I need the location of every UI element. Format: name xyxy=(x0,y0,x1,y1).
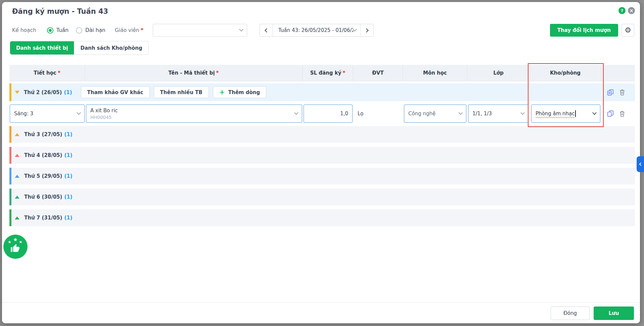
trash-icon xyxy=(619,110,626,117)
week-navigator: Tuần 43: 26/05/2025 - 01/06/2025 xyxy=(260,24,374,37)
chevron-down-icon xyxy=(520,111,525,115)
subject-value: Công nghệ xyxy=(408,111,435,117)
prev-week-button[interactable] xyxy=(260,24,273,36)
drawer-collapse-handle[interactable] xyxy=(637,156,644,172)
delete-row-button[interactable] xyxy=(619,110,626,117)
tab-room-list[interactable]: Danh sách Kho/phòng xyxy=(74,41,148,54)
day-group-tuesday[interactable]: Thứ 3 (27/05) (1) xyxy=(9,126,635,143)
expand-caret-icon[interactable] xyxy=(15,154,19,157)
device-row-actions xyxy=(601,110,635,117)
unit-value: Lọ xyxy=(353,111,364,117)
header-class: Lớp xyxy=(467,65,530,81)
collapse-caret-icon[interactable] xyxy=(15,91,19,94)
table-header-row: Tiết học* Tên - Mã thiết bị* SL đăng ký*… xyxy=(9,65,635,81)
copy-day-button[interactable] xyxy=(607,89,614,96)
expand-caret-icon[interactable] xyxy=(15,175,19,178)
week-select-value: Tuần 43: 26/05/2025 - 01/06/2025 xyxy=(278,27,353,33)
copy-icon xyxy=(607,89,614,96)
expand-caret-icon[interactable] xyxy=(15,196,19,199)
chevron-down-icon xyxy=(592,111,597,115)
save-button[interactable]: Lưu xyxy=(594,307,634,320)
page-title: Đăng ký mượn - Tuần 43 xyxy=(12,7,108,15)
period-value: Sáng: 3 xyxy=(14,111,33,117)
device-select[interactable]: A xit Bo ric HH00045 xyxy=(86,105,302,123)
subject-select[interactable]: Công nghệ xyxy=(404,105,466,123)
day-count: (1) xyxy=(64,194,72,200)
radio-long-term-label: Dài hạn xyxy=(85,27,105,33)
radio-week[interactable]: Tuần xyxy=(47,27,68,34)
header-room: Kho/phòng xyxy=(530,65,601,81)
day-group-monday[interactable]: Thứ 2 (26/05) (1) Tham khảo GV khác Thêm… xyxy=(9,83,635,101)
change-schedule-button[interactable]: Thay đổi lịch mượn xyxy=(550,24,618,37)
device-code: HH00045 xyxy=(90,115,118,120)
day-color-bar xyxy=(9,83,11,101)
day-color-bar xyxy=(9,126,11,143)
day-count: (1) xyxy=(64,152,72,158)
room-value: Phòng âm nhạc xyxy=(536,111,575,117)
add-row-button[interactable]: Thêm dòng xyxy=(213,86,266,98)
radio-long-term[interactable]: Dài hạn xyxy=(76,27,105,34)
delete-day-button[interactable] xyxy=(619,89,626,96)
add-multiple-devices-button[interactable]: Thêm nhiều TB xyxy=(154,86,209,98)
settings-button[interactable]: ⚙ xyxy=(622,24,634,37)
expand-caret-icon[interactable] xyxy=(15,133,19,136)
plan-label: Kế hoạch xyxy=(12,27,36,33)
copy-row-button[interactable] xyxy=(607,110,614,117)
radio-selected-icon xyxy=(47,27,53,34)
next-week-button[interactable] xyxy=(361,24,373,36)
device-table: Tiết học* Tên - Mã thiết bị* SL đăng ký*… xyxy=(9,65,635,226)
chevron-right-icon xyxy=(364,28,369,33)
day-group-thursday[interactable]: Thứ 5 (29/05) (1) xyxy=(9,168,635,185)
quantity-value: 1,0 xyxy=(340,111,348,117)
rating-badge[interactable]: ★ ★ ★ xyxy=(3,235,28,259)
radio-unselected-icon xyxy=(76,27,82,34)
window-controls: ? × xyxy=(618,7,635,14)
tab-device-list[interactable]: Danh sách thiết bị xyxy=(10,41,74,54)
quantity-input[interactable]: 1,0 xyxy=(304,105,353,123)
teacher-label-text: Giáo viên xyxy=(115,27,139,33)
help-icon[interactable]: ? xyxy=(618,7,626,14)
close-icon[interactable]: × xyxy=(628,7,635,14)
modal-footer: Đóng Lưu xyxy=(2,302,640,323)
day-label: Thứ 2 (26/05) xyxy=(24,89,62,95)
room-combobox[interactable]: Phòng âm nhạc xyxy=(531,105,600,123)
day-count: (1) xyxy=(64,89,72,95)
required-mark: * xyxy=(58,70,60,76)
expand-caret-icon[interactable] xyxy=(15,216,19,219)
consult-other-teachers-button[interactable]: Tham khảo GV khác xyxy=(81,86,150,98)
day-group-saturday[interactable]: Thứ 7 (31/05) (1) xyxy=(9,209,635,226)
thumbs-up-icon xyxy=(10,244,20,253)
period-select[interactable]: Sáng: 3 xyxy=(10,105,85,123)
plus-icon xyxy=(219,89,225,95)
star-icon: ★ xyxy=(13,237,17,243)
copy-icon xyxy=(607,110,614,117)
day-group-friday[interactable]: Thứ 6 (30/05) (1) xyxy=(9,189,635,205)
class-select[interactable]: 1/1, 1/3 xyxy=(468,105,528,123)
day-label: Thứ 4 (28/05) xyxy=(24,152,62,158)
day-color-bar xyxy=(9,209,11,226)
day-label: Thứ 6 (30/05) xyxy=(24,194,62,200)
group-row-actions xyxy=(601,89,635,96)
day-color-bar xyxy=(9,189,11,205)
header-actions xyxy=(601,65,635,81)
chevron-down-icon xyxy=(77,111,81,115)
day-group-wednesday[interactable]: Thứ 4 (28/05) (1) xyxy=(9,147,635,164)
header-unit: ĐVT xyxy=(353,65,403,81)
header-subject: Môn học xyxy=(403,65,467,81)
teacher-select[interactable] xyxy=(153,24,247,37)
day-count: (1) xyxy=(64,131,72,137)
chevron-down-icon xyxy=(458,111,463,115)
day-label: Thứ 3 (27/05) xyxy=(24,131,62,137)
close-button[interactable]: Đóng xyxy=(551,307,590,320)
day-count: (1) xyxy=(64,173,72,179)
chevron-down-icon xyxy=(239,27,243,32)
week-select[interactable]: Tuần 43: 26/05/2025 - 01/06/2025 xyxy=(273,24,361,36)
borrow-registration-modal: Đăng ký mượn - Tuần 43 ? × Kế hoạch Tuần… xyxy=(2,2,640,323)
required-mark: * xyxy=(216,70,219,76)
chevron-left-icon xyxy=(265,28,269,33)
header-quantity: SL đăng ký* xyxy=(303,65,353,81)
day-label: Thứ 7 (31/05) xyxy=(24,215,62,221)
required-mark: * xyxy=(141,27,143,33)
teacher-label: Giáo viên * xyxy=(115,27,143,33)
tab-bar: Danh sách thiết bị Danh sách Kho/phòng xyxy=(10,41,149,55)
